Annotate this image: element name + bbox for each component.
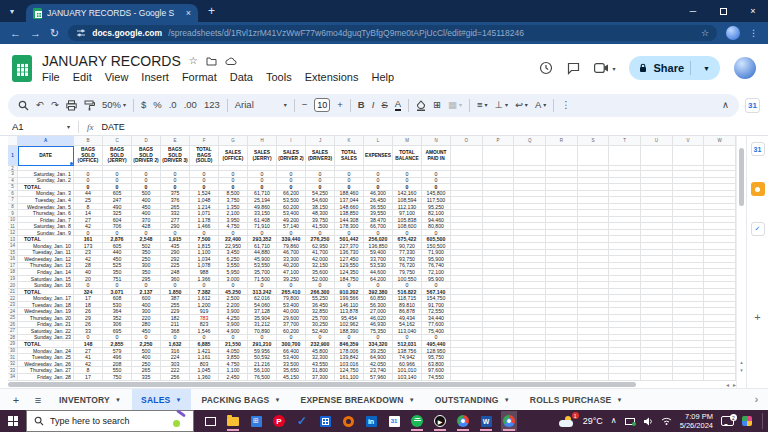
cell[interactable] <box>641 374 673 381</box>
formula-input[interactable]: DATE <box>102 122 125 132</box>
taskbar-search[interactable]: Type here to search <box>26 410 194 432</box>
google-calendar-icon[interactable]: 31 <box>386 411 402 431</box>
undo-icon[interactable]: ↶ <box>36 100 44 110</box>
cell[interactable] <box>609 146 641 166</box>
cell[interactable] <box>514 374 546 381</box>
header-cell[interactable]: TOTAL BAGS (SOLD) <box>190 146 219 166</box>
tasks-icon[interactable]: ✓ <box>751 222 765 236</box>
header-cell[interactable]: AMOUNT PAID IN <box>422 146 451 166</box>
vertical-scroll-thumb[interactable] <box>739 148 744 206</box>
meet-camera-icon[interactable]: ▾ <box>594 63 615 73</box>
cell[interactable]: 45,150 <box>277 374 306 381</box>
print-icon[interactable] <box>66 100 77 111</box>
word-icon[interactable]: W <box>478 411 494 431</box>
media-player-icon[interactable]: ▶ <box>432 411 448 431</box>
cell[interactable] <box>609 374 641 381</box>
sheet-tab-sales[interactable]: SALES▼ <box>132 389 190 411</box>
close-button[interactable]: × <box>738 0 768 22</box>
cell[interactable] <box>578 146 610 166</box>
spotify-icon[interactable] <box>409 411 425 431</box>
browser-tab[interactable]: JANUARY RECORDS - Google S × <box>26 4 198 22</box>
minimize-button[interactable]: ─ <box>678 0 708 22</box>
get-addons-icon[interactable]: + <box>751 310 765 324</box>
header-cell[interactable]: BAGS SOLD (OFFICE) <box>74 146 103 166</box>
column-header-O[interactable]: O <box>451 136 483 146</box>
column-header-S[interactable]: S <box>578 136 610 146</box>
sheet-tab-packing-bags[interactable]: PACKING BAGS▼ <box>193 389 290 411</box>
vertical-scrollbar[interactable]: ▴▾ <box>736 136 746 388</box>
cast-display-icon[interactable] <box>625 418 635 425</box>
cell[interactable] <box>704 146 736 166</box>
horizontal-scroll-arrows[interactable]: ◂▸ <box>726 381 740 388</box>
calendar-panel-icon[interactable]: 31 <box>745 98 760 113</box>
microsoft-store-icon[interactable]: ⊞ <box>248 411 264 431</box>
column-header-K[interactable]: K <box>335 136 364 146</box>
tab-search-icon[interactable]: ▾ <box>4 7 20 16</box>
column-header-T[interactable]: T <box>609 136 641 146</box>
name-box[interactable]: A1▾ <box>12 121 70 132</box>
meet-dropdown-icon[interactable]: ▾ <box>612 65 615 72</box>
sheet-tab-outstanding[interactable]: OUTSTANDING▼ <box>426 389 519 411</box>
sheets-logo-icon[interactable] <box>12 55 32 82</box>
share-button[interactable]: Share ▼ <box>629 56 720 80</box>
row-header-34[interactable]: 34 <box>8 374 18 381</box>
header-cell[interactable]: SALES (DRIVER3) <box>306 146 335 166</box>
header-cell[interactable]: TOTAL SALES <box>335 146 364 166</box>
cell[interactable]: 74,550 <box>422 374 451 381</box>
sheet-tab-rolls-purchase[interactable]: ROLLS PURCHASE▼ <box>521 389 632 411</box>
cell[interactable]: 57,960 <box>364 374 393 381</box>
merge-cells-icon[interactable]: ▦▾ <box>448 100 462 110</box>
sheet-tab-dropdown-icon[interactable]: ▼ <box>504 397 510 403</box>
calendar-icon[interactable]: 31 <box>751 142 765 156</box>
hidden-icons-chevron[interactable]: ∧ <box>611 417 617 425</box>
back-icon[interactable]: ← <box>10 28 21 39</box>
menu-edit[interactable]: Edit <box>73 71 92 83</box>
wifi-icon[interactable] <box>661 417 672 425</box>
column-header-H[interactable]: H <box>248 136 277 146</box>
horizontal-scroll-thumb[interactable] <box>8 382 636 387</box>
grid-corner[interactable] <box>8 136 18 146</box>
header-cell[interactable]: TOTAL BALANCE <box>393 146 422 166</box>
menu-view[interactable]: View <box>105 71 129 83</box>
sheet-scroll-right-icon[interactable]: › <box>755 394 762 405</box>
browser-ring-icon[interactable] <box>340 411 356 431</box>
cell[interactable]: 2,450 <box>219 374 248 381</box>
header-cell[interactable]: SALES (JERRY) <box>248 146 277 166</box>
menu-insert[interactable]: Insert <box>141 71 169 83</box>
column-header-W[interactable]: W <box>704 136 736 146</box>
cell[interactable] <box>451 374 483 381</box>
spreadsheet-grid[interactable]: ABCDEFGHIJKLMNOPQRSTUVW1DATEBAGS SOLD (O… <box>0 136 736 388</box>
cell[interactable] <box>546 374 578 381</box>
cell[interactable]: 256 <box>161 374 190 381</box>
column-header-E[interactable]: E <box>161 136 190 146</box>
speaker-icon[interactable] <box>643 417 653 426</box>
all-sheets-icon[interactable]: ≡ <box>28 394 48 406</box>
fill-color-icon[interactable] <box>416 100 426 111</box>
column-header-G[interactable]: G <box>219 136 248 146</box>
column-header-C[interactable]: C <box>103 136 132 146</box>
calendar-app-icon[interactable] <box>317 411 333 431</box>
search-doodle-icon[interactable] <box>173 415 186 428</box>
cell[interactable]: 103,140 <box>393 374 422 381</box>
vertical-align-icon[interactable]: ⊥▾ <box>495 100 508 110</box>
column-header-V[interactable]: V <box>673 136 705 146</box>
linkedin-icon[interactable]: in <box>363 411 379 431</box>
decrease-font-button[interactable]: − <box>302 100 308 110</box>
sheet-tab-dropdown-icon[interactable]: ▼ <box>409 397 415 403</box>
currency-format-button[interactable]: $ <box>141 100 146 110</box>
cell[interactable] <box>514 146 546 166</box>
text-wrap-icon[interactable]: ↩▾ <box>515 100 528 110</box>
column-header-P[interactable]: P <box>483 136 515 146</box>
cell[interactable]: 17 <box>74 374 103 381</box>
menu-format[interactable]: Format <box>182 71 217 83</box>
restore-button[interactable] <box>708 0 738 22</box>
show-desktop-button[interactable] <box>762 413 764 429</box>
keep-icon[interactable] <box>751 182 765 196</box>
chrome-active-icon[interactable] <box>501 411 517 431</box>
menu-tools[interactable]: Tools <box>266 71 292 83</box>
file-explorer-icon[interactable] <box>225 411 241 431</box>
tab-close-icon[interactable]: × <box>186 8 191 18</box>
document-title[interactable]: JANUARY RECORDS <box>42 53 181 69</box>
sheet-tab-dropdown-icon[interactable]: ▼ <box>115 397 121 403</box>
header-cell[interactable]: EXPENSES <box>364 146 393 166</box>
